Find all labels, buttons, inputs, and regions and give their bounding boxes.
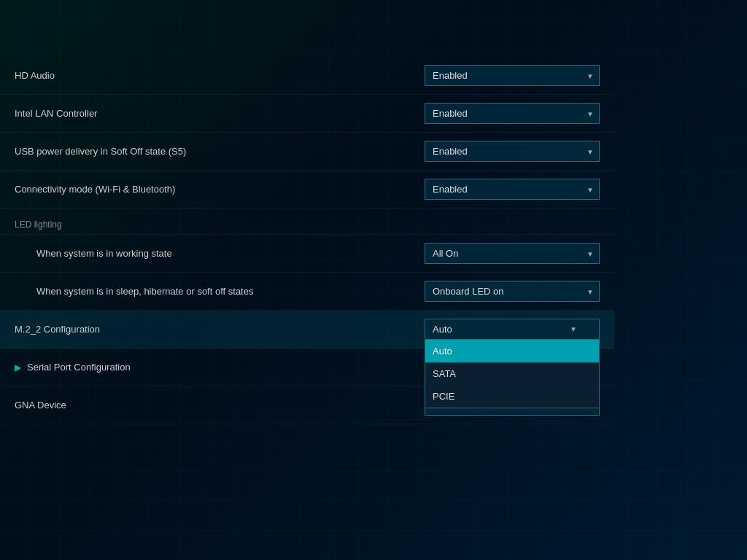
hd-audio-row: HD Audio Enabled Disabled ▼: [0, 57, 614, 95]
connectivity-row: Connectivity mode (Wi-Fi & Bluetooth) En…: [0, 171, 614, 209]
usb-power-row: USB power delivery in Soft Off state (S5…: [0, 133, 614, 171]
led-section-header: LED lighting: [0, 209, 614, 235]
sleep-state-select[interactable]: Onboard LED on All Off: [425, 281, 600, 302]
working-state-label: When system is in working state: [36, 248, 425, 259]
hd-audio-dropdown-wrapper: Enabled Disabled ▼: [425, 65, 600, 86]
m2-config-dropdown-container: Auto ▼ Auto SATA PCIE: [425, 319, 600, 340]
expand-arrow-icon: ▶: [15, 362, 21, 373]
sleep-state-label: When system is in sleep, hibernate or so…: [36, 286, 425, 297]
m2-config-value: Auto: [433, 324, 452, 335]
usb-power-dropdown-wrapper: Enabled Disabled ▼: [425, 141, 600, 162]
working-state-select[interactable]: All On Stealth Mode Aura Only All Off: [425, 243, 600, 264]
sleep-state-dropdown-wrapper: Onboard LED on All Off ▼: [425, 281, 600, 302]
hd-audio-label: HD Audio: [15, 70, 425, 81]
m2-config-row: M.2_2 Configuration Auto ▼ Auto SATA PCI…: [0, 311, 614, 349]
led-section-label: LED lighting: [15, 219, 600, 230]
connectivity-select[interactable]: Enabled Disabled: [425, 179, 600, 200]
intel-lan-label: Intel LAN Controller: [15, 108, 425, 119]
working-state-row: When system is in working state All On S…: [0, 235, 614, 273]
m2-option-pcie[interactable]: PCIE: [425, 385, 599, 408]
connectivity-label: Connectivity mode (Wi-Fi & Bluetooth): [15, 184, 425, 195]
intel-lan-dropdown-wrapper: Enabled Disabled ▼: [425, 103, 600, 124]
m2-config-label: M.2_2 Configuration: [15, 324, 425, 335]
m2-config-options: Auto SATA PCIE: [425, 340, 600, 408]
main-container: /ASUS UEFI BIOS Utility – Advanced Mode …: [0, 0, 747, 560]
serial-port-label: Serial Port Configuration: [27, 362, 131, 373]
gna-device-label: GNA Device: [15, 400, 425, 411]
chevron-down-icon: ▼: [570, 325, 577, 333]
hd-audio-select[interactable]: Enabled Disabled: [425, 65, 600, 86]
intel-lan-row: Intel LAN Controller Enabled Disabled ▼: [0, 95, 614, 133]
m2-option-auto[interactable]: Auto: [425, 340, 599, 362]
m2-config-trigger[interactable]: Auto ▼: [425, 319, 600, 340]
sleep-state-row: When system is in sleep, hibernate or so…: [0, 273, 614, 311]
intel-lan-select[interactable]: Enabled Disabled: [425, 103, 600, 124]
connectivity-dropdown-wrapper: Enabled Disabled ▼: [425, 179, 600, 200]
m2-option-sata[interactable]: SATA: [425, 362, 599, 385]
working-state-dropdown-wrapper: All On Stealth Mode Aura Only All Off ▼: [425, 243, 600, 264]
usb-power-select[interactable]: Enabled Disabled: [425, 141, 600, 162]
serial-port-expandable: ▶ Serial Port Configuration: [15, 362, 131, 373]
usb-power-label: USB power delivery in Soft Off state (S5…: [15, 146, 425, 157]
